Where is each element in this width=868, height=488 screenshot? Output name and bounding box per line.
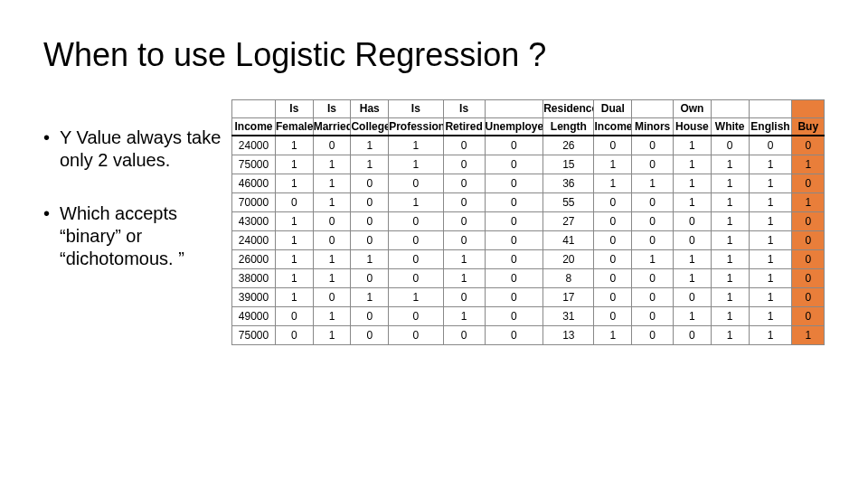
column-header: Minors <box>632 117 674 136</box>
table-cell: 1 <box>389 155 443 174</box>
table-cell: 1 <box>275 231 313 250</box>
table-cell: 0 <box>632 307 674 326</box>
table-cell: 0 <box>485 269 543 288</box>
table-cell: 0 <box>313 288 351 307</box>
table-cell: 1 <box>594 326 632 345</box>
table-cell: 38000 <box>232 269 276 288</box>
table-cell: 1 <box>674 250 712 269</box>
page-title: When to use Logistic Regression ? <box>43 36 825 74</box>
table-cell: 0 <box>594 307 632 326</box>
bullet-item: Which accepts “binary” or “dichotomous. … <box>43 202 224 270</box>
table-row: 4600011000036111110 <box>232 174 825 193</box>
table-cell: 0 <box>351 212 389 231</box>
column-header: Retired <box>443 117 485 136</box>
table-row: 2400010000041000110 <box>232 231 825 250</box>
table-cell: 0 <box>485 288 543 307</box>
column-header: Income <box>594 117 632 136</box>
table-cell: 1 <box>313 193 351 212</box>
table-cell: 27 <box>543 212 594 231</box>
table-cell: 1 <box>275 212 313 231</box>
table-row: 3900010110017000110 <box>232 288 825 307</box>
table-cell: 0 <box>674 212 712 231</box>
column-header: College <box>351 117 389 136</box>
table-cell: 1 <box>792 326 825 345</box>
table-cell: 1 <box>594 155 632 174</box>
table-cell: 1 <box>443 250 485 269</box>
column-header: White <box>711 117 749 136</box>
table-cell: 0 <box>443 193 485 212</box>
table-row: 4300010000027000110 <box>232 212 825 231</box>
table-cell: 24000 <box>232 231 276 250</box>
table-cell: 1 <box>594 174 632 193</box>
table-cell: 1 <box>351 288 389 307</box>
table-cell: 1 <box>749 155 792 174</box>
table-cell: 1 <box>711 307 749 326</box>
table-cell: 1 <box>275 174 313 193</box>
table-cell: 1 <box>674 136 712 155</box>
table-cell: 1 <box>313 174 351 193</box>
table-cell: 0 <box>792 307 825 326</box>
table-cell: 1 <box>351 155 389 174</box>
column-header-top: Has <box>351 100 389 118</box>
table-cell: 1 <box>792 193 825 212</box>
column-header-top: Residence <box>543 100 594 118</box>
table-cell: 1 <box>674 155 712 174</box>
column-header-top: Is <box>275 100 313 118</box>
table-row: 2600011101020011110 <box>232 250 825 269</box>
table-cell: 0 <box>485 155 543 174</box>
table-cell: 0 <box>313 231 351 250</box>
table-cell: 75000 <box>232 326 276 345</box>
table-cell: 36 <box>543 174 594 193</box>
table-cell: 1 <box>351 136 389 155</box>
table-cell: 43000 <box>232 212 276 231</box>
table-cell: 0 <box>792 231 825 250</box>
table-row: 7500011110015101111 <box>232 155 825 174</box>
table-cell: 0 <box>674 231 712 250</box>
table-row: 7000001010055001111 <box>232 193 825 212</box>
table-cell: 1 <box>275 288 313 307</box>
table-cell: 0 <box>674 288 712 307</box>
table-cell: 1 <box>792 155 825 174</box>
table-cell: 0 <box>485 212 543 231</box>
table-cell: 1 <box>275 250 313 269</box>
table-cell: 75000 <box>232 155 276 174</box>
table-cell: 0 <box>389 174 443 193</box>
table-cell: 1 <box>711 326 749 345</box>
table-cell: 13 <box>543 326 594 345</box>
table-cell: 0 <box>632 231 674 250</box>
table-cell: 1 <box>711 250 749 269</box>
table-cell: 0 <box>749 136 792 155</box>
table-cell: 1 <box>443 269 485 288</box>
table-cell: 0 <box>275 193 313 212</box>
table-cell: 1 <box>749 288 792 307</box>
table-cell: 0 <box>632 269 674 288</box>
table-cell: 0 <box>792 288 825 307</box>
table-cell: 1 <box>711 269 749 288</box>
table-cell: 1 <box>674 307 712 326</box>
table-cell: 39000 <box>232 288 276 307</box>
column-header-top: Dual <box>594 100 632 118</box>
table-cell: 1 <box>674 193 712 212</box>
table-cell: 1 <box>389 136 443 155</box>
table-cell: 1 <box>632 174 674 193</box>
table-cell: 26 <box>543 136 594 155</box>
column-header: Buy <box>792 117 825 136</box>
table-row: 4900001001031001110 <box>232 307 825 326</box>
table-cell: 0 <box>275 326 313 345</box>
table-cell: 0 <box>389 231 443 250</box>
data-table-wrap: IsIsHasIsIsResidenceDualOwn IncomeFemale… <box>231 99 825 345</box>
column-header-top <box>485 100 543 118</box>
table-cell: 0 <box>485 174 543 193</box>
table-cell: 0 <box>792 269 825 288</box>
table-cell: 0 <box>792 250 825 269</box>
table-cell: 0 <box>632 212 674 231</box>
table-cell: 0 <box>792 174 825 193</box>
table-cell: 0 <box>351 193 389 212</box>
table-cell: 0 <box>389 307 443 326</box>
column-header-top: Is <box>389 100 443 118</box>
table-cell: 0 <box>389 250 443 269</box>
table-cell: 0 <box>594 269 632 288</box>
table-cell: 0 <box>594 288 632 307</box>
table-row: 2400010110026001000 <box>232 136 825 155</box>
table-row: 7500001000013100111 <box>232 326 825 345</box>
